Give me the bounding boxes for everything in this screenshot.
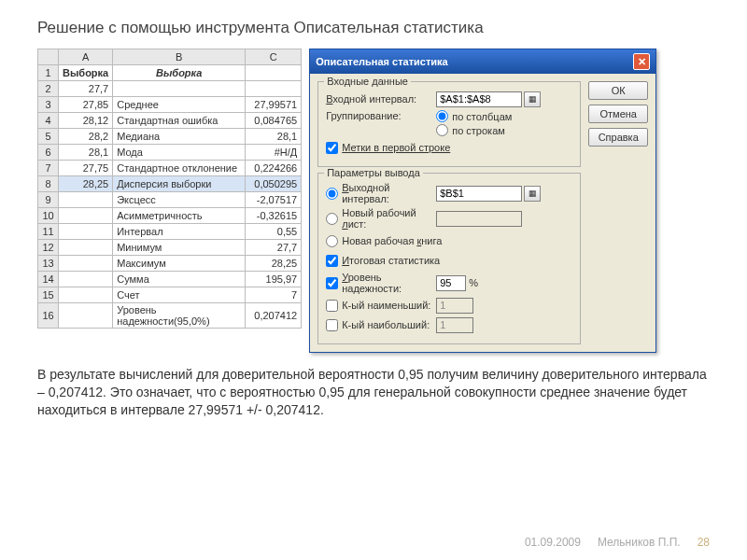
col-header-c[interactable]: C (246, 49, 302, 65)
cell[interactable] (59, 224, 113, 240)
row-header[interactable]: 3 (38, 97, 59, 113)
cell[interactable]: #Н/Д (246, 145, 302, 161)
row-header[interactable]: 13 (38, 256, 59, 272)
cell[interactable] (59, 256, 113, 272)
cell[interactable] (113, 81, 246, 97)
cell[interactable]: Эксцесс (113, 192, 246, 208)
cell[interactable]: 27,99571 (246, 97, 302, 113)
row-header[interactable]: 11 (38, 224, 59, 240)
row-header[interactable]: 9 (38, 192, 59, 208)
ok-button[interactable]: ОК (588, 81, 648, 100)
cell[interactable]: 27,75 (59, 161, 113, 176)
cell[interactable]: 27,7 (246, 240, 302, 256)
cell[interactable]: Среднее (113, 97, 246, 113)
close-button[interactable]: ✕ (633, 53, 650, 70)
cell[interactable] (59, 272, 113, 287)
output-range-field[interactable] (436, 186, 522, 202)
cell[interactable]: 27,7 (59, 81, 113, 97)
range-select-icon[interactable]: ▦ (524, 186, 541, 202)
cell[interactable]: Максимум (113, 256, 246, 272)
summary-stats-checkbox[interactable]: Итоговая статистика (326, 255, 440, 267)
cell[interactable]: 28,1 (59, 145, 113, 161)
cell[interactable]: Выборка (113, 65, 246, 81)
row-header[interactable]: 15 (38, 287, 59, 303)
row-header[interactable]: 6 (38, 145, 59, 161)
cell[interactable] (59, 240, 113, 256)
cell[interactable]: Счет (113, 287, 246, 303)
row-header[interactable]: 12 (38, 240, 59, 256)
cancel-button[interactable]: Отмена (588, 105, 648, 123)
footer: 01.09.2009 Мельников П.П. 28 (0, 536, 747, 549)
kth-largest-checkbox[interactable]: К-ый наибольший: (326, 319, 436, 331)
cell[interactable]: Медиана (113, 129, 246, 145)
cell[interactable]: Мода (113, 145, 246, 161)
row-header[interactable]: 16 (38, 303, 59, 329)
cell[interactable]: Стандартное отклонение (113, 161, 246, 176)
cell[interactable] (59, 287, 113, 303)
body-paragraph: В результате вычислений для доверительно… (0, 353, 747, 419)
cell[interactable]: 28,25 (59, 176, 113, 192)
cell[interactable] (246, 81, 302, 97)
cell[interactable]: 28,12 (59, 113, 113, 129)
help-button[interactable]: Справка (588, 128, 648, 147)
cell[interactable]: 27,85 (59, 97, 113, 113)
cell[interactable]: 195,97 (246, 272, 302, 287)
output-params-group: Параметры вывода Выходной интервал: ▦ Но… (317, 173, 581, 344)
radio-output-range[interactable]: Выходной интервал: (326, 182, 436, 204)
col-header-b[interactable]: B (113, 49, 246, 65)
cell[interactable]: 28,1 (246, 129, 302, 145)
cell[interactable]: -2,07517 (246, 192, 302, 208)
cell[interactable]: 28,2 (59, 129, 113, 145)
input-range-label: Входной интервал: (326, 93, 436, 105)
kth-largest-field (436, 317, 473, 333)
cell[interactable]: Стандартная ошибка (113, 113, 246, 129)
new-sheet-field (436, 211, 522, 227)
radio-by-rows[interactable]: по строкам (436, 124, 512, 136)
cell[interactable]: 0,084765 (246, 113, 302, 129)
col-header-a[interactable]: A (59, 49, 113, 65)
row-header[interactable]: 7 (38, 161, 59, 176)
cell[interactable] (59, 303, 113, 329)
cell[interactable]: 0,224266 (246, 161, 302, 176)
cell[interactable]: 0,207412 (246, 303, 302, 329)
cell[interactable]: Уровень надежности(95,0%) (113, 303, 246, 329)
range-select-icon[interactable]: ▦ (524, 91, 541, 107)
footer-date: 01.09.2009 (525, 536, 581, 549)
kth-smallest-checkbox[interactable]: К-ый наименьший: (326, 300, 436, 312)
corner-cell[interactable] (38, 49, 59, 65)
percent-label: % (469, 277, 478, 288)
cell[interactable]: Интервал (113, 224, 246, 240)
cell[interactable]: 0,55 (246, 224, 302, 240)
cell[interactable]: 0,050295 (246, 176, 302, 192)
row-header[interactable]: 10 (38, 208, 59, 224)
row-header[interactable]: 5 (38, 129, 59, 145)
cell[interactable]: 28,25 (246, 256, 302, 272)
row-header[interactable]: 14 (38, 272, 59, 287)
cell[interactable] (59, 208, 113, 224)
row-header[interactable]: 2 (38, 81, 59, 97)
confidence-field[interactable] (436, 275, 466, 291)
radio-new-book[interactable]: Новая рабочая книга (326, 235, 442, 247)
row-header[interactable]: 8 (38, 176, 59, 192)
grouping-label: Группирование: (326, 110, 436, 121)
cell[interactable]: Минимум (113, 240, 246, 256)
cell[interactable] (59, 192, 113, 208)
descriptive-stats-dialog: Описательная статистика ✕ Входные данные… (309, 49, 656, 353)
confidence-checkbox[interactable]: Уровень надежности: (326, 272, 436, 294)
cell[interactable]: Выборка (59, 65, 113, 81)
cell[interactable] (246, 65, 302, 81)
cell[interactable]: 7 (246, 287, 302, 303)
row-header[interactable]: 1 (38, 65, 59, 81)
cell[interactable]: Сумма (113, 272, 246, 287)
cell[interactable]: -0,32615 (246, 208, 302, 224)
labels-first-row-checkbox[interactable]: Метки в первой строке (326, 142, 450, 154)
cell[interactable]: Асимметричность (113, 208, 246, 224)
dialog-title-bar[interactable]: Описательная статистика ✕ (310, 49, 655, 74)
radio-by-columns[interactable]: по столбцам (436, 110, 512, 122)
row-header[interactable]: 4 (38, 113, 59, 129)
group-legend: Параметры вывода (324, 167, 423, 178)
dialog-title: Описательная статистика (316, 56, 448, 67)
cell[interactable]: Дисперсия выборки (113, 176, 246, 192)
input-range-field[interactable] (436, 91, 522, 107)
radio-new-sheet[interactable]: Новый рабочий лист: (326, 207, 436, 230)
